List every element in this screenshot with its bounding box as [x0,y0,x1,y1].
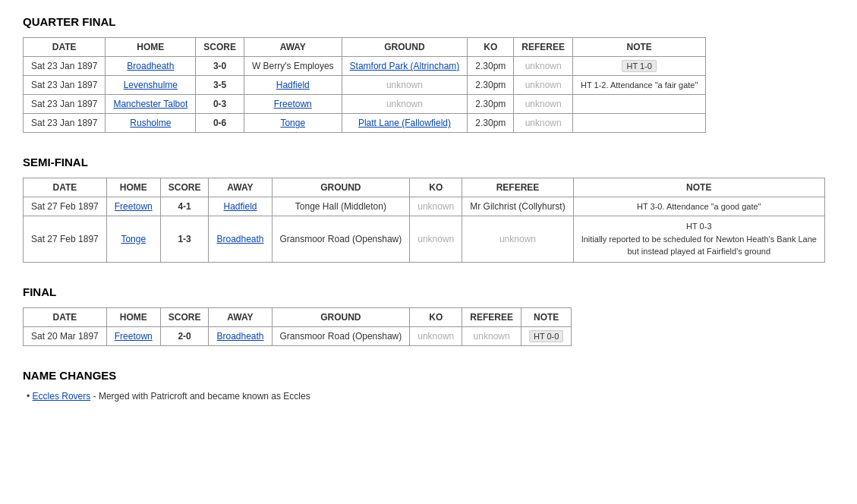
qf-ko-3: 2.30pm [468,95,514,114]
f-header-note: NOTE [521,307,571,326]
final-header-row: DATE HOME SCORE AWAY GROUND KO REFEREE N… [24,307,572,326]
quarter-final-table: DATE HOME SCORE AWAY GROUND KO REFEREE N… [23,37,706,133]
table-row: Sat 23 Jan 1897 Manchester Talbot 0-3 Fr… [24,95,706,114]
name-changes-section: NAME CHANGES Eccles Rovers - Merged with… [23,369,834,402]
f-ground-1: Gransmoor Road (Openshaw) [272,326,410,345]
qf-note-4 [573,114,706,133]
sf-date-2: Sat 27 Feb 1897 [24,216,107,263]
sf-home-1[interactable]: Freetown [106,197,160,216]
qf-date-2: Sat 23 Jan 1897 [24,76,106,95]
qf-away-3[interactable]: Freetown [244,95,342,114]
qf-header-score: SCORE [196,38,244,57]
f-header-score: SCORE [160,307,209,326]
table-row: Sat 20 Mar 1897 Freetown 2-0 Broadheath … [24,326,572,345]
f-away-1[interactable]: Broadheath [209,326,272,345]
qf-ground-2: unknown [342,76,468,95]
f-date-1: Sat 20 Mar 1897 [24,326,107,345]
table-row: Sat 27 Feb 1897 Freetown 4-1 Hadfield To… [24,197,825,216]
f-header-ko: KO [410,307,462,326]
eccles-rovers-link[interactable]: Eccles Rovers [33,391,91,402]
sf-header-note: NOTE [573,178,824,197]
table-row: Sat 23 Jan 1897 Levenshulme 3-5 Hadfield… [24,76,706,95]
semi-final-section: SEMI-FINAL DATE HOME SCORE AWAY GROUND K… [23,156,834,263]
qf-home-4[interactable]: Rusholme [106,114,196,133]
f-header-ground: GROUND [272,307,410,326]
sf-ground-1: Tonge Hall (Middleton) [272,197,410,216]
name-changes-list: Eccles Rovers - Merged with Patricroft a… [23,391,834,402]
f-ko-1: unknown [410,326,462,345]
sf-home-2[interactable]: Tonge [106,216,160,263]
qf-note-1: HT 1-0 [573,57,706,76]
qf-ko-4: 2.30pm [468,114,514,133]
qf-home-1[interactable]: Broadheath [106,57,196,76]
quarter-final-title: QUARTER FINAL [23,15,834,28]
semi-final-title: SEMI-FINAL [23,156,834,169]
qf-away-4[interactable]: Tonge [244,114,342,133]
qf-header-referee: REFEREE [514,38,573,57]
qf-home-2[interactable]: Levenshulme [106,76,196,95]
sf-header-ko: KO [410,178,462,197]
table-row: Sat 23 Jan 1897 Broadheath 3-0 W Berry's… [24,57,706,76]
semi-final-table: DATE HOME SCORE AWAY GROUND KO REFEREE N… [23,178,825,263]
sf-ko-2: unknown [410,216,462,263]
f-score-1: 2-0 [160,326,209,345]
qf-ground-1[interactable]: Stamford Park (Altrincham) [342,57,468,76]
f-note-1: HT 0-0 [521,326,571,345]
sf-header-score: SCORE [160,178,209,197]
f-referee-1: unknown [462,326,521,345]
quarter-final-header-row: DATE HOME SCORE AWAY GROUND KO REFEREE N… [24,38,706,57]
sf-note-2: HT 0-3Initially reported to be scheduled… [573,216,824,263]
f-header-referee: REFEREE [462,307,521,326]
qf-score-3: 0-3 [196,95,244,114]
quarter-final-section: QUARTER FINAL DATE HOME SCORE AWAY GROUN… [23,15,834,133]
qf-score-2: 3-5 [196,76,244,95]
qf-date-3: Sat 23 Jan 1897 [24,95,106,114]
final-section: FINAL DATE HOME SCORE AWAY GROUND KO REF… [23,285,834,346]
qf-header-away: AWAY [244,38,342,57]
sf-referee-1: Mr Gilchrist (Collyhurst) [462,197,573,216]
list-item: Eccles Rovers - Merged with Patricroft a… [27,391,834,402]
qf-header-home: HOME [106,38,196,57]
qf-header-date: DATE [24,38,106,57]
qf-ko-2: 2.30pm [468,76,514,95]
qf-date-4: Sat 23 Jan 1897 [24,114,106,133]
sf-header-referee: REFEREE [462,178,573,197]
f-home-1[interactable]: Freetown [106,326,160,345]
qf-referee-3: unknown [514,95,573,114]
qf-ground-4[interactable]: Platt Lane (Fallowfield) [342,114,468,133]
qf-referee-1: unknown [514,57,573,76]
table-row: Sat 23 Jan 1897 Rusholme 0-6 Tonge Platt… [24,114,706,133]
f-header-date: DATE [24,307,107,326]
qf-note-2: HT 1-2. Attendance "a fair gate" [573,76,706,95]
qf-header-ground: GROUND [342,38,468,57]
f-header-home: HOME [106,307,160,326]
qf-home-3[interactable]: Manchester Talbot [106,95,196,114]
qf-away-1: W Berry's Employes [244,57,342,76]
sf-referee-2: unknown [462,216,573,263]
qf-date-1: Sat 23 Jan 1897 [24,57,106,76]
qf-score-1: 3-0 [196,57,244,76]
f-header-away: AWAY [209,307,272,326]
final-table: DATE HOME SCORE AWAY GROUND KO REFEREE N… [23,307,572,346]
sf-score-1: 4-1 [160,197,209,216]
sf-header-home: HOME [106,178,160,197]
qf-score-4: 0-6 [196,114,244,133]
qf-referee-4: unknown [514,114,573,133]
sf-ground-2: Gransmoor Road (Openshaw) [272,216,410,263]
sf-date-1: Sat 27 Feb 1897 [24,197,107,216]
sf-score-2: 1-3 [160,216,209,263]
qf-away-2[interactable]: Hadfield [244,76,342,95]
qf-note-3 [573,95,706,114]
qf-ko-1: 2.30pm [468,57,514,76]
table-row: Sat 27 Feb 1897 Tonge 1-3 Broadheath Gra… [24,216,825,263]
sf-header-date: DATE [24,178,107,197]
qf-header-ko: KO [468,38,514,57]
sf-ko-1: unknown [410,197,462,216]
qf-referee-2: unknown [514,76,573,95]
sf-away-2[interactable]: Broadheath [209,216,272,263]
sf-header-ground: GROUND [272,178,410,197]
name-changes-title: NAME CHANGES [23,369,834,382]
name-change-text: - Merged with Patricroft and became know… [93,391,310,402]
qf-ground-3: unknown [342,95,468,114]
sf-away-1[interactable]: Hadfield [209,197,272,216]
